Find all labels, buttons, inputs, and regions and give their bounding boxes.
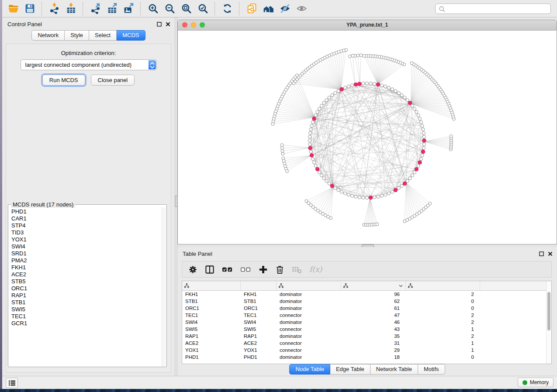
mcds-result-item[interactable]: YOX1 [11, 236, 162, 243]
column-header-successor-nodes[interactable] [341, 281, 406, 290]
search-box [435, 3, 551, 14]
mcds-result-item[interactable]: TEC1 [11, 313, 162, 320]
table-row[interactable]: SWI4SWI4dominator462 [182, 319, 551, 326]
mcds-result-title: MCDS result (17 nodes) [11, 201, 75, 208]
zoom-selected-icon[interactable] [195, 2, 210, 15]
select-all-icon[interactable] [222, 265, 233, 274]
table-row[interactable]: FKH1FKH1dominator962 [182, 291, 551, 298]
network-canvas[interactable] [178, 30, 557, 244]
deselect-all-icon[interactable] [240, 265, 251, 274]
mcds-result-item[interactable]: STB1 [11, 299, 162, 306]
add-column-icon[interactable] [259, 265, 268, 274]
show-all-icon[interactable] [294, 2, 309, 15]
memory-button[interactable]: Memory [518, 378, 554, 387]
close-panel-button[interactable]: Close panel [91, 75, 135, 86]
mcds-result-item[interactable]: RAP1 [11, 292, 162, 299]
float-panel-icon[interactable] [157, 22, 162, 27]
optimization-select-value: largest connected component (undirected) [25, 62, 132, 68]
cell-MCDS-role: dominator [277, 292, 341, 297]
cell-successor-nodes: 29 [341, 347, 406, 353]
export-network-icon[interactable] [88, 2, 103, 15]
cell-predecessor-nodes: 1 [406, 347, 480, 353]
close-panel-icon[interactable] [166, 22, 170, 27]
cell-predecessor-nodes: 2 [406, 292, 480, 297]
table-row[interactable]: ORC1ORC1dominator610 [182, 305, 551, 312]
cell-shared-name: ORC1 [182, 306, 241, 311]
mcds-result-item[interactable]: PHD1 [11, 208, 162, 215]
column-header-MCDS-role[interactable] [277, 281, 341, 290]
mcds-result-item[interactable]: SWI5 [11, 306, 162, 313]
toolbar-separator [140, 2, 141, 15]
import-table-icon[interactable] [63, 2, 78, 15]
mcds-result-item[interactable]: ACE2 [11, 271, 162, 278]
mcds-result-item[interactable]: GCR1 [11, 320, 162, 327]
tab-node-table[interactable]: Node Table [289, 364, 330, 375]
mcds-result-list[interactable]: PHD1CAR1STP4TID3YOX1SWI4SRD1PMA2FKH1ACE2… [8, 207, 162, 366]
zoom-out-icon[interactable] [162, 2, 177, 15]
mcds-result-item[interactable]: STP4 [11, 222, 162, 229]
cell-successor-nodes: 47 [341, 313, 406, 318]
function-builder-icon[interactable]: f(x) [309, 265, 322, 274]
mcds-result-item[interactable]: FKH1 [11, 264, 162, 271]
apply-layout-icon[interactable] [220, 2, 235, 15]
table-row[interactable]: TEC1TEC1connector472 [182, 312, 551, 319]
float-panel-icon[interactable] [539, 251, 544, 256]
table-row[interactable]: ACE2ACE2connector311 [182, 340, 551, 347]
main-content: Control Panel NetworkStyleSelectMCDS Opt… [2, 17, 557, 376]
zoom-fit-icon[interactable] [179, 2, 194, 15]
open-file-icon[interactable] [6, 2, 21, 15]
run-mcds-button[interactable]: Run MCDS [42, 75, 85, 86]
cytoscape-window: Control Panel NetworkStyleSelectMCDS Opt… [2, 0, 557, 389]
scrollbar-thumb[interactable] [547, 292, 550, 330]
mcds-result-item[interactable]: CAR1 [11, 215, 162, 222]
table-row[interactable]: PHD1PHD1dominator180 [182, 354, 551, 361]
clone-network-icon[interactable] [244, 2, 259, 15]
split-view-icon[interactable] [205, 265, 214, 274]
table-row[interactable]: STB1STB1dominator620 [182, 298, 551, 305]
delete-table-icon[interactable] [292, 265, 302, 274]
table-scrollbar[interactable] [546, 281, 551, 364]
mcds-result-item[interactable]: PMA2 [11, 257, 162, 264]
table-row[interactable]: YOX1YOX1connector291 [182, 347, 551, 354]
first-neighbors-icon[interactable] [261, 2, 276, 15]
column-header-name[interactable] [241, 281, 277, 290]
export-image-icon[interactable] [121, 2, 136, 15]
tab-motifs[interactable]: Motifs [418, 364, 445, 375]
settings-icon[interactable] [188, 265, 197, 274]
mcds-result-item[interactable]: ORC1 [11, 285, 162, 292]
zoom-in-icon[interactable] [145, 2, 160, 15]
close-panel-icon[interactable] [548, 251, 553, 256]
tab-network-table[interactable]: Network Table [370, 364, 418, 375]
table-panel-header: Table Panel [177, 247, 557, 258]
tab-edge-table[interactable]: Edge Table [330, 364, 370, 375]
search-input[interactable] [448, 4, 548, 14]
table-row[interactable]: SWI5SWI5connector431 [182, 326, 551, 333]
show-panels-button[interactable] [6, 378, 18, 388]
tab-network[interactable]: Network [31, 30, 65, 41]
network-window-titlebar[interactable]: YPA_prune.txt_1 [178, 20, 557, 31]
cell-MCDS-role: dominator [277, 334, 341, 339]
save-session-icon[interactable] [22, 2, 37, 15]
mcds-result-item[interactable]: SWI4 [11, 243, 162, 250]
mcds-result-item[interactable]: SRD1 [11, 250, 162, 257]
export-table-icon[interactable] [104, 2, 119, 15]
cell-shared-name: STB1 [182, 299, 241, 304]
cell-name: FKH1 [241, 292, 277, 297]
mcds-list-scrollbar[interactable] [162, 207, 166, 366]
cell-predecessor-nodes: 1 [406, 327, 480, 332]
table-row[interactable]: RAP1RAP1dominator352 [182, 333, 551, 340]
table-panel-title: Table Panel [183, 251, 212, 257]
tab-style[interactable]: Style [65, 30, 89, 41]
import-network-icon[interactable] [47, 2, 62, 15]
tab-mcds[interactable]: MCDS [117, 30, 145, 41]
mcds-result-item[interactable]: STB5 [11, 278, 162, 285]
cell-MCDS-role: connector [277, 340, 341, 346]
tab-select[interactable]: Select [89, 30, 117, 41]
delete-column-icon[interactable] [275, 265, 284, 274]
optimization-select[interactable]: largest connected component (undirected) [21, 59, 157, 70]
node-table[interactable]: FKH1FKH1dominator962STB1STB1dominator620… [182, 281, 552, 364]
column-header-shared-name[interactable] [182, 281, 241, 290]
mcds-result-item[interactable]: TID3 [11, 229, 162, 236]
column-header-predecessor-nodes[interactable] [406, 281, 480, 290]
hide-selected-icon[interactable] [277, 2, 292, 15]
